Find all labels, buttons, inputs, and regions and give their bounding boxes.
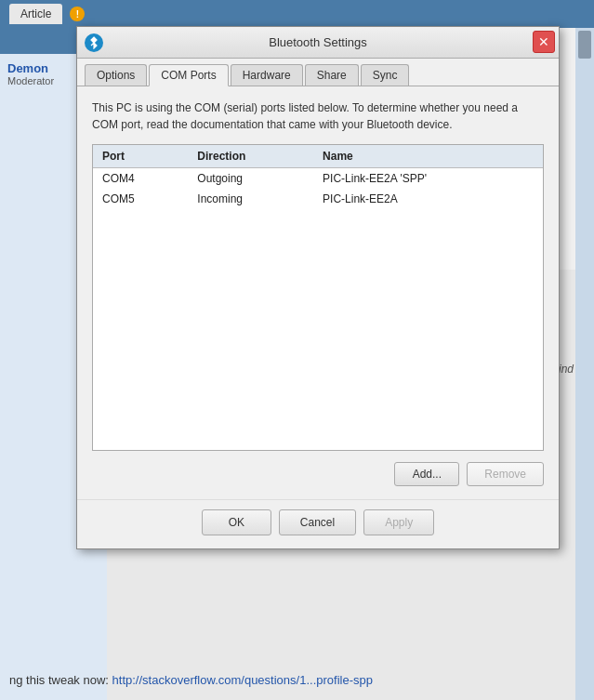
tab-bar: Options COM Ports Hardware Share Sync [77, 59, 559, 86]
right-scrollbar [575, 28, 594, 700]
tab-options[interactable]: Options [85, 64, 147, 86]
tab-share[interactable]: Share [305, 64, 359, 86]
tab-hardware[interactable]: Hardware [231, 64, 303, 86]
table-header-row: Port Direction Name [93, 145, 543, 168]
description-text: This PC is using the COM (serial) ports … [92, 99, 544, 133]
title-bar: Bluetooth Settings ✕ [77, 27, 559, 59]
cell-port-1: COM4 [93, 168, 188, 190]
close-button[interactable]: ✕ [533, 31, 555, 53]
ports-table: Port Direction Name COM4 Outgoing PIC-Li… [93, 145, 543, 209]
alert-icon: ! [70, 7, 85, 21]
col-direction: Direction [188, 145, 313, 168]
apply-button[interactable]: Apply [363, 509, 434, 535]
cell-direction-1: Outgoing [188, 168, 313, 190]
bluetooth-settings-dialog: Bluetooth Settings ✕ Options COM Ports H… [76, 26, 560, 549]
cancel-button[interactable]: Cancel [279, 509, 356, 535]
tab-sync[interactable]: Sync [361, 64, 410, 86]
footer-link: http://stackoverflow.com/questions/1...p… [112, 673, 373, 687]
dialog-footer: OK Cancel Apply [77, 499, 559, 548]
table-row[interactable]: COM5 Incoming PIC-Link-EE2A [93, 189, 543, 209]
dialog-body: This PC is using the COM (serial) ports … [77, 86, 559, 499]
add-button[interactable]: Add... [394, 462, 459, 486]
bluetooth-icon [85, 33, 103, 52]
footer-text: ng this tweak now: [9, 673, 109, 687]
forum-tab-article: Article [9, 4, 62, 24]
col-name: Name [313, 145, 543, 168]
remove-button[interactable]: Remove [467, 462, 544, 486]
cell-name-1: PIC-Link-EE2A 'SPP' [313, 168, 543, 190]
col-port: Port [93, 145, 188, 168]
footer-area: ng this tweak now: http://stackoverflow.… [0, 669, 594, 691]
scrollbar-thumb [578, 31, 591, 59]
cell-port-2: COM5 [93, 189, 188, 209]
cell-name-2: PIC-Link-EE2A [313, 189, 543, 209]
forum-topbar: Article ! [0, 0, 594, 28]
table-action-buttons: Add... Remove [92, 462, 544, 486]
tab-com-ports[interactable]: COM Ports [149, 64, 228, 86]
ok-button[interactable]: OK [202, 509, 271, 535]
ports-table-container: Port Direction Name COM4 Outgoing PIC-Li… [92, 144, 544, 451]
table-row[interactable]: COM4 Outgoing PIC-Link-EE2A 'SPP' [93, 168, 543, 190]
cell-direction-2: Incoming [188, 189, 313, 209]
dialog-title: Bluetooth Settings [111, 35, 525, 49]
